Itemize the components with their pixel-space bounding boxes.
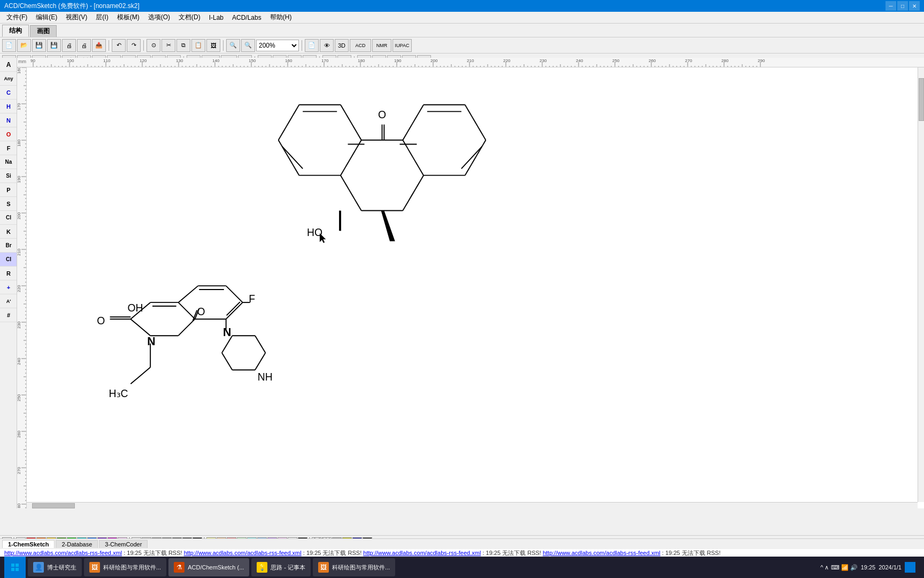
rss-link-3[interactable]: http://www.acdlabs.com/acdlabs-rss-feed.… bbox=[363, 550, 481, 556]
print-button[interactable]: 🖨 bbox=[77, 39, 91, 52]
elem-hash[interactable]: # bbox=[0, 308, 17, 322]
redo-button[interactable]: ↷ bbox=[127, 39, 141, 52]
elem-O[interactable]: O bbox=[0, 127, 17, 141]
3d-button[interactable]: 3D bbox=[335, 39, 349, 52]
svg-rect-4 bbox=[16, 568, 19, 571]
maximize-button[interactable]: □ bbox=[897, 1, 908, 11]
tab-chemcoder[interactable]: 3-ChemCoder bbox=[99, 540, 148, 548]
elem-S[interactable]: S bbox=[0, 197, 17, 211]
close-button[interactable]: ✕ bbox=[909, 1, 920, 11]
elem-R[interactable]: R bbox=[0, 267, 17, 280]
cursor bbox=[320, 233, 326, 242]
elem-Aprime[interactable]: A' bbox=[0, 294, 17, 308]
menu-view[interactable]: 视图(V) bbox=[61, 12, 91, 23]
elem-CI[interactable]: CI bbox=[0, 253, 17, 267]
mol2-r2f-d bbox=[227, 302, 240, 315]
elem-Any[interactable]: Any bbox=[0, 72, 17, 86]
menubar: 文件(F) 编辑(E) 视图(V) 层(I) 模板(M) 选项(O) 文档(D)… bbox=[0, 12, 924, 24]
mol2-OH: OH bbox=[128, 302, 143, 314]
taskbar-drawing-label: 科研绘图与常用软件... bbox=[103, 564, 161, 572]
tab-bar: 1-ChemSketch 2-Database 3-ChemCoder bbox=[0, 538, 924, 549]
sep3 bbox=[223, 40, 224, 51]
mol1-tl bbox=[341, 140, 361, 176]
view-button[interactable]: 👁 bbox=[320, 39, 334, 52]
taskbar-drawing2[interactable]: 🖼 科研绘图与常用软件... bbox=[313, 558, 395, 576]
save-as-button[interactable]: 💾 bbox=[47, 39, 61, 52]
elem-Cl[interactable]: Cl bbox=[0, 211, 17, 225]
scrollbar-vertical[interactable] bbox=[918, 67, 924, 502]
zoom-in-button[interactable]: 🔍 bbox=[226, 39, 240, 52]
mol1-wedge-fill bbox=[381, 211, 395, 241]
minimize-button[interactable]: ─ bbox=[886, 1, 896, 11]
mol2-r1d bbox=[179, 319, 195, 336]
molecule-canvas[interactable]: O bbox=[27, 67, 924, 508]
elem-H[interactable]: H bbox=[0, 100, 17, 113]
menu-acdlabs[interactable]: ACD/Labs bbox=[228, 13, 266, 22]
menu-layer[interactable]: 层(I) bbox=[91, 12, 112, 23]
molecule-1: O bbox=[279, 105, 486, 241]
print-preview-button[interactable]: 🖨 bbox=[62, 39, 76, 52]
mol1-r-d2 bbox=[461, 146, 482, 169]
rss-link-4[interactable]: http://www.acdlabs.com/acdlabs-rss-feed.… bbox=[543, 550, 660, 556]
acd-button[interactable]: ACD bbox=[350, 39, 371, 52]
element-panel: A Any C H N O F Na Si P S Cl K Br CI R +… bbox=[0, 58, 17, 508]
export-button[interactable]: 📤 bbox=[92, 39, 106, 52]
elem-K[interactable]: K bbox=[0, 225, 17, 239]
menu-edit[interactable]: 编辑(E) bbox=[32, 12, 61, 23]
tab-structure[interactable]: 结构 bbox=[2, 25, 29, 37]
new-button[interactable]: 📄 bbox=[2, 39, 16, 52]
taskbar-chemsketch[interactable]: ⚗ ACD/ChemSketch (... bbox=[168, 558, 249, 576]
elem-N[interactable]: N bbox=[0, 113, 17, 127]
rss-status-1: : 19:25 无法下载 RSS! bbox=[124, 550, 183, 556]
paste-button[interactable]: 📋 bbox=[191, 39, 205, 52]
taskbar-researcher[interactable]: 👤 博士研究生 bbox=[28, 558, 82, 576]
rss-link-1[interactable]: http://www.acdlabs.com/acdlabs-rss-feed.… bbox=[4, 550, 122, 556]
rss-link-2[interactable]: http://www.acdlabs.com/acdlabs-rss-feed.… bbox=[184, 550, 302, 556]
start-button[interactable] bbox=[4, 557, 26, 578]
page-setup-button[interactable]: 📄 bbox=[305, 39, 319, 52]
mol1-l-tr bbox=[341, 105, 361, 140]
elem-plus[interactable]: + bbox=[0, 280, 17, 294]
copy-button[interactable]: ⧉ bbox=[176, 39, 190, 52]
show-desktop-button[interactable] bbox=[905, 562, 915, 573]
mol1-l-tl bbox=[279, 105, 299, 140]
elem-Br[interactable]: Br bbox=[0, 239, 17, 253]
lasso-button[interactable]: ⊙ bbox=[147, 39, 160, 52]
vscroll-thumb[interactable] bbox=[919, 78, 924, 121]
elem-F[interactable]: F bbox=[0, 141, 17, 155]
open-button[interactable]: 📂 bbox=[17, 39, 31, 52]
cut-button[interactable]: ✂ bbox=[161, 39, 175, 52]
titlebar: ACD/ChemSketch (免费软件) - [noname02.sk2] ─… bbox=[0, 0, 924, 12]
mol1-l-bl bbox=[279, 140, 299, 176]
nmr-button[interactable]: NMR bbox=[372, 39, 391, 52]
scrollbar-horizontal[interactable] bbox=[27, 502, 918, 508]
elem-P[interactable]: P bbox=[0, 183, 17, 197]
elem-A[interactable]: A bbox=[0, 58, 17, 72]
mol2-r2c bbox=[226, 286, 243, 302]
tab-draw[interactable]: 画图 bbox=[30, 25, 57, 37]
copy-image-button[interactable]: 🖼 bbox=[206, 39, 220, 52]
taskbar-drawing[interactable]: 🖼 科研绘图与常用软件... bbox=[84, 558, 166, 576]
zoom-select[interactable]: 50% 75% 100% 150% 200% 300% 400% bbox=[256, 40, 299, 51]
svg-rect-1 bbox=[11, 564, 14, 567]
menu-options[interactable]: 选项(O) bbox=[144, 12, 174, 23]
menu-file[interactable]: 文件(F) bbox=[2, 12, 32, 23]
mol1-r-br bbox=[465, 140, 486, 176]
elem-C[interactable]: C bbox=[0, 86, 17, 100]
canvas-area[interactable]: O bbox=[27, 67, 924, 508]
menu-help[interactable]: 帮助(H) bbox=[266, 12, 296, 23]
menu-document[interactable]: 文档(D) bbox=[174, 12, 205, 23]
zoom-out-button[interactable]: 🔍 bbox=[241, 39, 255, 52]
tab-chemsketch[interactable]: 1-ChemSketch bbox=[2, 540, 55, 548]
elem-Na[interactable]: Na bbox=[0, 155, 17, 169]
hscroll-thumb[interactable] bbox=[32, 503, 75, 508]
menu-ilab[interactable]: I-Lab bbox=[205, 13, 228, 22]
menu-template[interactable]: 模板(M) bbox=[113, 12, 144, 23]
save-button[interactable]: 💾 bbox=[32, 39, 46, 52]
tab-database[interactable]: 2-Database bbox=[56, 540, 98, 548]
taskbar-notes[interactable]: 💡 思路 - 记事本 bbox=[251, 558, 311, 576]
svg-marker-0 bbox=[320, 233, 326, 242]
elem-Si[interactable]: Si bbox=[0, 169, 17, 183]
iupac-button[interactable]: IUPAC bbox=[392, 39, 412, 52]
undo-button[interactable]: ↶ bbox=[112, 39, 126, 52]
